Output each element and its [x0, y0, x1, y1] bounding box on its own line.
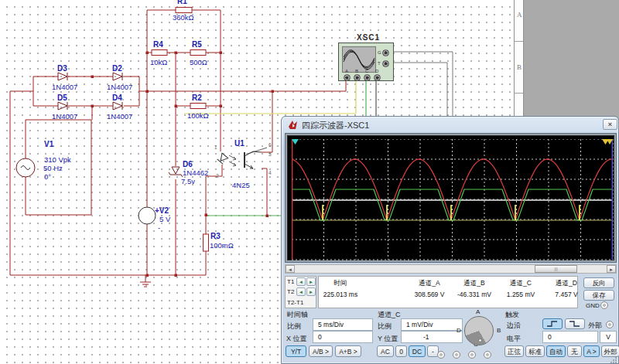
display-bezel	[285, 133, 617, 263]
svg-text:100kΩ: 100kΩ	[187, 111, 209, 120]
t2-t1-label: T2-T1	[287, 299, 303, 306]
resistor-r1[interactable]: R1 360kΩ	[173, 0, 194, 22]
svg-text:10kΩ: 10kΩ	[150, 58, 167, 66]
measurement-table: 时间225.013 ms 通道_A308.569 V 通道_B-46.331 m…	[318, 276, 578, 308]
svg-text:R5: R5	[192, 40, 202, 49]
timebase-scale-input[interactable]: 5 ms/Div	[313, 318, 373, 331]
scope-hscrollbar[interactable]: ◄ ► |||	[285, 264, 617, 274]
svg-text:1N4007: 1N4007	[52, 112, 77, 121]
trigger-auto-button[interactable]: 自动	[546, 345, 566, 357]
edge-label: 边沿	[507, 321, 521, 331]
trigger-single-button[interactable]: 正弦	[504, 345, 524, 357]
terminal-g[interactable]	[382, 49, 389, 56]
svg-text:4: 4	[268, 170, 272, 175]
svg-text:-: -	[158, 223, 160, 232]
svg-text:R1: R1	[177, 0, 187, 5]
trigger-a-button[interactable]: A >	[583, 345, 600, 357]
svg-text:6: 6	[268, 142, 272, 148]
zener-d6[interactable]: D6 1N4462 7.5v	[169, 160, 208, 185]
t2-label: T2	[287, 288, 294, 295]
terminal-c[interactable]	[364, 74, 371, 81]
scroll-left-icon[interactable]: ◄	[286, 265, 295, 273]
svg-text:R4: R4	[153, 40, 163, 49]
source-v2[interactable]: +V2 5 V -	[139, 206, 171, 232]
channel-radio-3[interactable]	[468, 351, 476, 359]
trigger-level-unit-select[interactable]: V	[600, 331, 617, 343]
channel-radio-4[interactable]	[484, 351, 491, 359]
resistor-r2[interactable]: R2 100kΩ	[187, 94, 209, 120]
scroll-right-icon[interactable]: ►	[607, 265, 616, 273]
gnd-radio[interactable]	[600, 301, 608, 309]
svg-text:50 Hz: 50 Hz	[43, 164, 63, 172]
channel-title: 通道_C	[378, 310, 401, 320]
gnd-label: GND	[586, 302, 600, 309]
svg-text:D2: D2	[112, 64, 122, 73]
wire-ground-trigger	[389, 52, 453, 117]
trigger-normal-button[interactable]: 标准	[525, 345, 545, 357]
scroll-thumb[interactable]: |||	[535, 265, 577, 273]
trigger-none-button[interactable]: 无	[567, 345, 582, 357]
trigger-ext-radio[interactable]	[606, 321, 614, 328]
y-position-input[interactable]: -1	[401, 331, 463, 343]
channel-radio-1[interactable]	[437, 351, 445, 359]
svg-text:0°: 0°	[44, 172, 51, 181]
t2-left-button[interactable]: ◄	[296, 287, 306, 296]
channel-selector-knob[interactable]	[464, 316, 494, 345]
diode-d3[interactable]: D3 1N4007	[52, 64, 77, 91]
trigger-title: 触发	[505, 310, 519, 320]
svg-text:+V2: +V2	[155, 206, 169, 215]
trigger-falling-edge-button[interactable]	[565, 318, 585, 329]
oscilloscope-window: 四踪示波器-XSC1 × ◄ ► ||| T1 ◄ ► T2 ◄ ► T2-T1…	[281, 116, 619, 364]
falling-edge-icon	[567, 319, 583, 328]
svg-text:4N25: 4N25	[232, 181, 250, 189]
save-button[interactable]: 保存	[583, 290, 614, 301]
close-button[interactable]: ×	[603, 119, 617, 130]
svg-text:D3: D3	[57, 64, 67, 73]
svg-text:1: 1	[214, 145, 217, 150]
zero-coupling-button[interactable]: 0	[395, 345, 407, 357]
wire-channel-b	[184, 80, 356, 114]
terminal-t[interactable]	[382, 60, 389, 67]
svg-text:V1: V1	[44, 140, 54, 148]
knob-letter-d: D	[457, 327, 461, 334]
reverse-button[interactable]: 反向	[583, 277, 614, 288]
val-time: 225.013 ms	[313, 291, 368, 298]
ab-mode-button[interactable]: A/B >	[309, 345, 333, 357]
t1-left-button[interactable]: ◄	[296, 277, 306, 286]
resistor-r4[interactable]: R4 10kΩ	[150, 40, 167, 66]
diode-d2[interactable]: D2 1N4007	[107, 64, 132, 91]
terminal-a[interactable]	[344, 74, 351, 81]
source-v1[interactable]: V1 310 Vpk 50 Hz 0°	[16, 140, 71, 181]
resistor-r5[interactable]: R5 500Ω	[190, 40, 207, 66]
svg-text:D5: D5	[57, 94, 67, 102]
diode-d4[interactable]: D4 1N4007	[107, 94, 132, 121]
window-title: 四踪示波器-XSC1	[302, 120, 369, 131]
trigger-rising-edge-button[interactable]	[542, 318, 563, 329]
optocoupler-u1[interactable]: U1 4N25 1 2 6 5 4	[214, 139, 272, 189]
trigger-ext-button[interactable]: 外部	[601, 345, 619, 357]
svg-text:1N4462: 1N4462	[183, 168, 208, 177]
resistor-r3[interactable]: R3 100mΩ	[203, 232, 234, 251]
diode-d5[interactable]: D5 1N4007	[52, 94, 77, 121]
resize-grip[interactable]	[610, 356, 617, 364]
channel-scale-input[interactable]: 1 mV/Div	[401, 318, 463, 331]
yt-mode-button[interactable]: Y/T	[286, 345, 306, 357]
svg-text:U1: U1	[234, 139, 245, 148]
trigger-level-input[interactable]: 0	[542, 331, 598, 343]
svg-text:D6: D6	[183, 160, 193, 168]
terminal-b[interactable]	[354, 74, 361, 81]
svg-text:310 Vpk: 310 Vpk	[44, 155, 71, 164]
dc-coupling-button[interactable]: DC	[409, 345, 426, 357]
ac-coupling-button[interactable]: AC	[377, 345, 394, 357]
channel-radio-2[interactable]	[453, 351, 460, 359]
titlebar[interactable]: 四踪示波器-XSC1 ×	[282, 117, 618, 132]
terminal-d[interactable]	[374, 74, 381, 81]
x-position-label: X 位置	[286, 334, 307, 344]
x-position-input[interactable]: 0	[313, 331, 373, 343]
timebase-scale-label: 比例	[287, 321, 301, 332]
col-time: 时间	[313, 279, 368, 288]
multisim-icon	[288, 120, 298, 130]
apb-mode-button[interactable]: A+B >	[335, 345, 361, 357]
oscilloscope-icon[interactable]: G T A B C D	[338, 43, 394, 81]
cursor-nav-box: T1 ◄ ► T2 ◄ ► T2-T1	[285, 276, 316, 308]
